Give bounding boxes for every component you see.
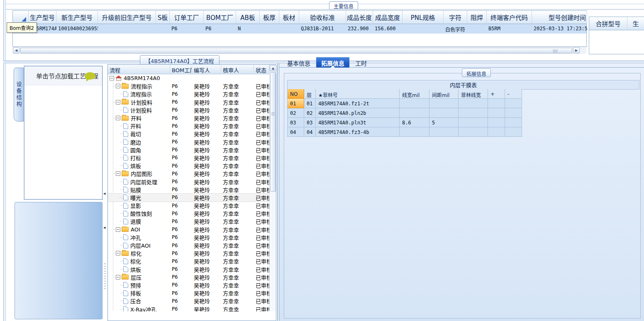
column-header-14[interactable]: 阻焊 xyxy=(467,11,487,24)
tree-cell-status[interactable]: 已审核 xyxy=(254,146,269,154)
film-cell-3-5[interactable] xyxy=(459,127,488,137)
tree-row-磨边[interactable]: 磨边P6吴艳玲方幸幸已审核 xyxy=(108,138,276,146)
tree-row-棕化[interactable]: 棕化P6吴艳玲方幸幸已审核 xyxy=(108,257,276,265)
tree-cell-writer[interactable]: 吴艳玲 xyxy=(192,114,221,122)
tree-cell-reviewer[interactable]: 方幸幸 xyxy=(221,217,254,225)
film-cell-1-6[interactable] xyxy=(488,108,505,118)
tree-row-酸性蚀刻[interactable]: 酸性蚀刻P6吴艳玲方幸幸已审核 xyxy=(108,209,276,217)
tree-column-header-1[interactable]: BOM工厂 xyxy=(170,65,192,74)
row-cell-3[interactable] xyxy=(156,24,170,34)
tree-row-内层图形[interactable]: −内层图形P6吴艳玲方幸幸已审核 xyxy=(108,170,276,178)
film-cell-1-3[interactable] xyxy=(400,108,429,118)
tree-cell-factory[interactable]: P6 xyxy=(170,155,192,160)
tree-cell-reviewer[interactable]: 方幸幸 xyxy=(221,194,254,202)
tree-cell-reviewer[interactable]: 方幸幸 xyxy=(221,273,254,281)
scroll-left-arrow-icon[interactable]: ◀ xyxy=(13,47,20,54)
tree-cell-status[interactable]: 已审核 xyxy=(254,226,269,233)
column-header-9[interactable]: 验收标准 xyxy=(299,11,346,24)
tree-cell-factory[interactable]: P6 xyxy=(170,163,192,169)
column-header-7[interactable]: 板厚 xyxy=(260,11,279,24)
row-cell-16[interactable]: 2025-03-13 17:23:56 xyxy=(532,24,587,34)
tree-cell-status[interactable]: 已审核 xyxy=(254,114,269,122)
tree-cell-factory[interactable]: P6 xyxy=(170,258,192,264)
tree-cell-reviewer[interactable]: 方幸幸 xyxy=(221,106,254,114)
tree-cell-factory[interactable]: P6 xyxy=(170,234,192,240)
film-cell-0-3[interactable] xyxy=(400,99,429,108)
tree-cell-writer[interactable]: 吴艳玲 xyxy=(192,289,221,297)
tree-cell-status[interactable]: 已审核 xyxy=(254,82,269,90)
tree-cell-factory[interactable]: P6 xyxy=(170,226,192,232)
tree-cell-reviewer[interactable]: 方幸幸 xyxy=(221,162,254,170)
tree-cell-status[interactable]: 已审核 xyxy=(254,130,269,138)
tree-cell-factory[interactable]: P6 xyxy=(170,219,192,224)
tree-row-内层AOI[interactable]: 内层AOIP6吴艳玲方幸幸已审核 xyxy=(108,241,276,249)
tree-cell-reviewer[interactable]: 方幸幸 xyxy=(221,138,254,146)
tree-cell-factory[interactable]: P6 xyxy=(170,290,192,296)
tree-cell-reviewer[interactable]: 方幸幸 xyxy=(221,226,254,233)
tree-cell-status[interactable]: 已审核 xyxy=(254,273,269,281)
column-header-12[interactable]: PNL规格 xyxy=(402,11,444,24)
tree-cell-factory[interactable]: P6 xyxy=(170,123,192,129)
tree-cell-writer[interactable]: 吴艳玲 xyxy=(192,233,221,241)
column-header-4[interactable]: 订单工厂 xyxy=(170,11,204,24)
tree-cell-factory[interactable]: P6 xyxy=(170,211,192,216)
row-cell-9[interactable]: QJ831B-2011 xyxy=(299,24,346,34)
expander-icon[interactable]: − xyxy=(116,116,120,120)
tree-cell-writer[interactable]: 吴艳玲 xyxy=(192,178,221,186)
tree-row-开料[interactable]: −开料P6吴艳玲方幸幸已审核 xyxy=(108,114,276,122)
column-header-3[interactable]: S板 xyxy=(156,11,170,24)
tree-cell-reviewer[interactable]: 方幸幸 xyxy=(221,154,254,162)
tree-cell-writer[interactable]: 吴艳玲 xyxy=(192,273,221,281)
tree-cell-reviewer[interactable]: 方幸幸 xyxy=(221,146,254,154)
tree-cell-reviewer[interactable]: 方幸幸 xyxy=(221,186,254,194)
scroll-up-arrow-icon[interactable]: ▲ xyxy=(270,65,276,71)
tree-cell-status[interactable]: 已审核 xyxy=(254,162,269,170)
film-column-header-7[interactable]: - xyxy=(505,89,522,99)
tree-cell-status[interactable]: 已审核 xyxy=(254,265,269,273)
tree-cell-writer[interactable]: 吴艳玲 xyxy=(192,154,221,162)
tree-cell-factory[interactable]: P6 xyxy=(170,250,192,256)
tree-cell-factory[interactable]: P6 xyxy=(170,139,192,145)
tree-cell-reviewer[interactable]: 方幸幸 xyxy=(221,114,254,122)
film-column-header-2[interactable]: ★菲林号 xyxy=(316,89,400,99)
tree-cell-factory[interactable]: P6 xyxy=(170,243,192,248)
film-cell-3-2[interactable]: 4B5RM174A0.fz3-4b xyxy=(316,127,400,137)
tree-cell-factory[interactable]: P6 xyxy=(170,83,192,89)
tree-row-棕化[interactable]: −棕化P6吴艳玲方幸幸已审核 xyxy=(108,249,276,257)
film-cell-2-1[interactable]: 03 xyxy=(304,118,316,127)
tree-cell-writer[interactable]: 吴艳玲 xyxy=(192,265,221,273)
film-cell-3-0[interactable]: 04 xyxy=(288,127,304,137)
column-header-15[interactable]: 终端客户代码 xyxy=(487,11,532,24)
film-cell-0-6[interactable] xyxy=(488,99,505,108)
tree-cell-status[interactable]: 已审核 xyxy=(254,209,269,217)
tree-cell-factory[interactable]: P6 xyxy=(170,115,192,121)
row-cell-2[interactable] xyxy=(98,24,156,34)
tree-cell-status[interactable]: 已审核 xyxy=(254,186,269,194)
film-column-header-0[interactable]: NO xyxy=(288,89,304,99)
column-header-16[interactable]: 型号创建时间 xyxy=(532,11,587,24)
tree-cell-writer[interactable]: 吴艳玲 xyxy=(192,194,221,202)
tree-cell-reviewer[interactable]: 方幸幸 xyxy=(221,233,254,241)
tree-cell-status[interactable]: 已审核 xyxy=(254,138,269,146)
row-cell-7[interactable] xyxy=(260,24,279,34)
tree-cell-writer[interactable]: 吴艳玲 xyxy=(192,170,221,178)
tree-row-冲孔[interactable]: 冲孔P6吴艳玲方幸幸已审核 xyxy=(108,233,276,241)
tree-row-烘板[interactable]: 烘板P6吴艳玲方幸幸已审核 xyxy=(108,265,276,273)
tree-cell-reviewer[interactable]: 方幸幸 xyxy=(221,265,254,273)
film-cell-1-5[interactable] xyxy=(459,108,488,118)
column-header-13[interactable]: 字符 xyxy=(444,11,467,24)
tree-cell-factory[interactable]: P6 xyxy=(170,179,192,185)
film-cell-1-2[interactable]: 4B5RM174A0.pln2b xyxy=(316,108,400,118)
tree-cell-writer[interactable]: 吴艳玲 xyxy=(192,241,221,249)
tree-cell-factory[interactable]: P6 xyxy=(170,147,192,153)
tree-cell-reviewer[interactable]: 方幸幸 xyxy=(221,178,254,186)
tree-row-层压[interactable]: −层压P6吴艳玲方幸幸已审核 xyxy=(108,273,276,281)
tree-cell-status[interactable]: 已审核 xyxy=(254,98,269,106)
row-cell-8[interactable] xyxy=(279,24,299,34)
column-header-5[interactable]: BOM工厂 xyxy=(204,11,236,24)
tree-row-压合[interactable]: 压合P6吴艳玲方幸幸已审核 xyxy=(108,297,276,305)
tree-row-打标[interactable]: 打标P6吴艳玲方幸幸已审核 xyxy=(108,154,276,162)
row-cell-13[interactable]: 白色字符 xyxy=(444,24,467,34)
row-cell-15[interactable]: B5RM xyxy=(487,24,532,34)
tree-cell-writer[interactable]: 吴艳玲 xyxy=(192,122,221,130)
